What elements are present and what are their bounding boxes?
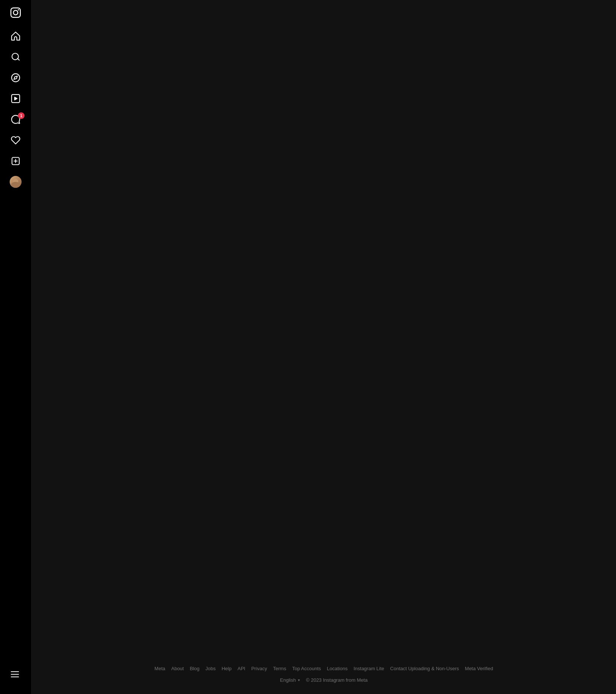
sidebar-item-explore[interactable]	[4, 68, 27, 87]
footer-links: Meta About Blog Jobs Help API Privacy Te…	[154, 666, 493, 671]
footer-link-locations[interactable]: Locations	[327, 666, 348, 671]
language-selector[interactable]: English ▾	[280, 677, 300, 683]
instagram-logo[interactable]	[10, 7, 21, 19]
footer-link-privacy[interactable]: Privacy	[251, 666, 267, 671]
content-area	[32, 0, 616, 658]
avatar	[10, 176, 22, 188]
footer-link-instagram-lite[interactable]: Instagram Lite	[353, 666, 384, 671]
footer-link-api[interactable]: API	[237, 666, 245, 671]
sidebar-item-messages[interactable]: 1	[4, 110, 27, 129]
footer: Meta About Blog Jobs Help API Privacy Te…	[32, 658, 616, 694]
footer-link-about[interactable]: About	[171, 666, 184, 671]
sidebar-bottom	[4, 665, 27, 690]
footer-link-blog[interactable]: Blog	[190, 666, 199, 671]
main-content: Meta About Blog Jobs Help API Privacy Te…	[32, 0, 616, 694]
footer-link-meta-verified[interactable]: Meta Verified	[465, 666, 493, 671]
footer-link-top-accounts[interactable]: Top Accounts	[292, 666, 321, 671]
footer-bottom: English ▾ © 2023 Instagram from Meta	[280, 677, 368, 683]
language-label: English	[280, 677, 296, 683]
footer-link-terms[interactable]: Terms	[273, 666, 286, 671]
copyright-text: © 2023 Instagram from Meta	[306, 677, 368, 683]
footer-link-help[interactable]: Help	[222, 666, 232, 671]
sidebar-item-reels[interactable]	[4, 89, 27, 108]
footer-link-meta[interactable]: Meta	[154, 666, 165, 671]
messages-badge: 1	[18, 112, 25, 119]
svg-point-0	[12, 74, 20, 82]
sidebar: 1	[0, 0, 32, 694]
sidebar-item-notifications[interactable]	[4, 131, 27, 150]
footer-link-jobs[interactable]: Jobs	[205, 666, 215, 671]
sidebar-item-profile[interactable]	[4, 173, 27, 191]
sidebar-item-more[interactable]	[4, 665, 27, 684]
sidebar-item-search[interactable]	[4, 48, 27, 66]
chevron-down-icon: ▾	[298, 678, 300, 682]
footer-link-contact-uploading[interactable]: Contact Uploading & Non-Users	[390, 666, 459, 671]
sidebar-nav: 1	[0, 27, 31, 665]
sidebar-item-create[interactable]	[4, 152, 27, 170]
hamburger-icon	[11, 669, 20, 679]
sidebar-item-home[interactable]	[4, 27, 27, 45]
